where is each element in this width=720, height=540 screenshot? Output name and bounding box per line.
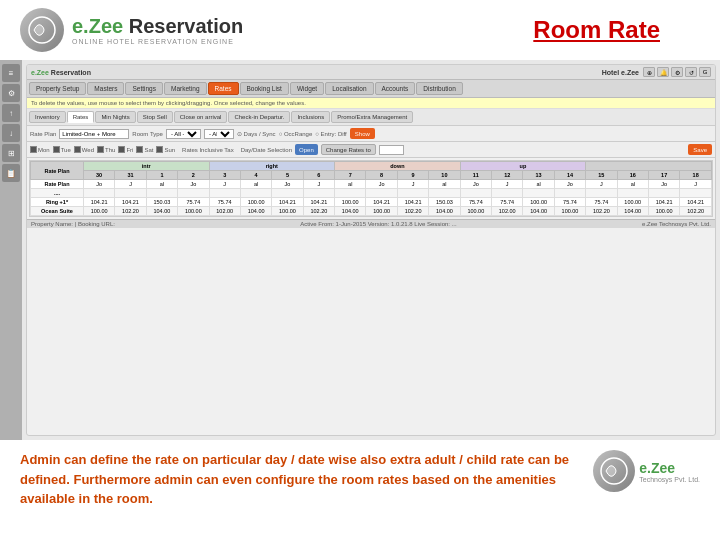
nav-settings[interactable]: Settings <box>125 82 163 95</box>
col-1: 1 <box>146 171 177 180</box>
app-title: e.Zee Reservation <box>72 15 243 38</box>
rate-plan-label: Rate Plan <box>30 131 56 137</box>
col-5: 5 <box>272 171 303 180</box>
col-rate-plan: Rate Plan <box>31 162 84 180</box>
col-17: 17 <box>648 171 679 180</box>
col-group-up: up <box>460 162 586 171</box>
app-subtitle: ONLINE HOTEL RESERVATION ENGINE <box>72 38 243 45</box>
sun-checkbox[interactable] <box>156 146 163 153</box>
browser-btn-1[interactable]: ⊕ <box>643 67 655 77</box>
checkbox-wed[interactable]: Wed <box>74 146 94 153</box>
row-label-rateplan: Rate Plan <box>31 180 84 189</box>
table-row: Rate Plan JoJalJo JalJoJ alJoJal JoJalJo… <box>31 180 712 189</box>
browser-topbar: e.Zee Reservation Hotel e.Zee ⊕ 🔔 ⚙ ↺ G <box>27 65 715 80</box>
fri-checkbox[interactable] <box>118 146 125 153</box>
bottom-logo-text: e.Zee <box>639 460 700 476</box>
rate-value-input[interactable] <box>379 145 404 155</box>
bottom-logo-icon <box>593 450 635 492</box>
checkbox-fri[interactable]: Fri <box>118 146 133 153</box>
bottom-section: Admin can define the rate on particular … <box>0 440 720 540</box>
hotel-name: Hotel e.Zee <box>602 69 639 76</box>
row-label-ocean: Ocean Suite <box>31 207 84 216</box>
logo-icon <box>20 8 64 52</box>
browser-logo: e.Zee Reservation <box>31 69 91 76</box>
tue-checkbox[interactable] <box>53 146 60 153</box>
wed-label: Wed <box>82 147 94 153</box>
room-type-label: Room Type <box>132 131 163 137</box>
rate-table: Rate Plan intr right down up 30 31 1 2 3… <box>30 161 712 216</box>
nav-widget[interactable]: Widget <box>290 82 324 95</box>
save-button[interactable]: Save <box>688 144 712 155</box>
col-2: 2 <box>178 171 209 180</box>
col-7: 7 <box>335 171 366 180</box>
nav-accounts[interactable]: Accounts <box>375 82 416 95</box>
radio-entry[interactable]: ○ Entry: Diff <box>315 131 347 137</box>
sub-nav-rates[interactable]: Rates <box>67 111 95 123</box>
thu-checkbox[interactable] <box>97 146 104 153</box>
col-14: 14 <box>554 171 585 180</box>
description-text: Admin can define the rate on particular … <box>20 450 583 509</box>
show-button[interactable]: Show <box>350 128 375 139</box>
browser-buttons: ⊕ 🔔 ⚙ ↺ G <box>643 67 711 77</box>
col-group-intr: intr <box>83 162 209 171</box>
browser-btn-5[interactable]: G <box>699 67 711 77</box>
nav-property-setup[interactable]: Property Setup <box>29 82 86 95</box>
sidebar-icon-3[interactable]: ↑ <box>2 104 20 122</box>
browser-btn-3[interactable]: ⚙ <box>671 67 683 77</box>
status-right: e.Zee Technosys Pvt. Ltd. <box>642 221 711 227</box>
mon-checkbox[interactable] <box>30 146 37 153</box>
browser-btn-4[interactable]: ↺ <box>685 67 697 77</box>
checkbox-mon[interactable]: Mon <box>30 146 50 153</box>
checkbox-tue[interactable]: Tue <box>53 146 71 153</box>
change-rates-button[interactable]: Change Rates to <box>321 144 376 155</box>
row-label-dots: .... <box>31 189 84 198</box>
logo-area: e.Zee Reservation ONLINE HOTEL RESERVATI… <box>20 8 243 52</box>
fri-label: Fri <box>126 147 133 153</box>
sidebar-icon-6[interactable]: 📋 <box>2 164 20 182</box>
col-16: 16 <box>617 171 648 180</box>
nav-rates[interactable]: Rates <box>208 82 239 95</box>
nav-masters[interactable]: Masters <box>87 82 124 95</box>
sub-nav-stop-sell[interactable]: Stop Sell <box>137 111 173 123</box>
sidebar-icon-5[interactable]: ⊞ <box>2 144 20 162</box>
col-18: 18 <box>680 171 712 180</box>
sidebar-icon-4[interactable]: ↓ <box>2 124 20 142</box>
room-type-select[interactable]: - All - <box>166 129 201 139</box>
col-11: 11 <box>460 171 491 180</box>
col-4: 4 <box>240 171 271 180</box>
header: e.Zee Reservation ONLINE HOTEL RESERVATI… <box>0 0 720 60</box>
wed-checkbox[interactable] <box>74 146 81 153</box>
sidebar-icon-1[interactable]: ≡ <box>2 64 20 82</box>
sub-nav-checkin[interactable]: Check-in Departur. <box>228 111 290 123</box>
bottom-logo-sub: Technosys Pvt. Ltd. <box>639 476 700 483</box>
col-13: 13 <box>523 171 554 180</box>
page-title: Room Rate <box>533 16 660 44</box>
open-button[interactable]: Open <box>295 144 318 155</box>
table-row: Ring +1* 104.21104.21150.0375.74 75.7410… <box>31 198 712 207</box>
col-10: 10 <box>429 171 460 180</box>
mon-label: Mon <box>38 147 50 153</box>
sub-nav-min-nights[interactable]: Min Nights <box>95 111 135 123</box>
tue-label: Tue <box>61 147 71 153</box>
sidebar-icon-2[interactable]: ⚙ <box>2 84 20 102</box>
nav-distribution[interactable]: Distribution <box>416 82 463 95</box>
checkbox-thu[interactable]: Thu <box>97 146 115 153</box>
nav-marketing[interactable]: Marketing <box>164 82 207 95</box>
bottom-logo: e.Zee Technosys Pvt. Ltd. <box>593 450 700 492</box>
checkbox-sun[interactable]: Sun <box>156 146 175 153</box>
sub-nav-inclusions[interactable]: Inclusions <box>291 111 330 123</box>
browser-btn-2[interactable]: 🔔 <box>657 67 669 77</box>
sub-nav-promo[interactable]: Promo/Extra Management <box>331 111 413 123</box>
date-select[interactable]: - All - <box>204 129 234 139</box>
sat-checkbox[interactable] <box>136 146 143 153</box>
col-group-right: right <box>209 162 335 171</box>
nav-booking-list[interactable]: Booking List <box>240 82 289 95</box>
checkbox-sat[interactable]: Sat <box>136 146 153 153</box>
status-middle: Active From: 1-Jun-2015 Version: 1.0.21.… <box>300 221 456 227</box>
sub-nav-inventory[interactable]: Inventory <box>29 111 66 123</box>
sub-nav-close-arrival[interactable]: Close on arrival <box>174 111 228 123</box>
nav-localisation[interactable]: Localisation <box>325 82 373 95</box>
rate-plan-input[interactable] <box>59 129 129 139</box>
radio-occrange[interactable]: ○ OccRange <box>279 131 313 137</box>
status-left: Property Name: | Booking URL: <box>31 221 115 227</box>
